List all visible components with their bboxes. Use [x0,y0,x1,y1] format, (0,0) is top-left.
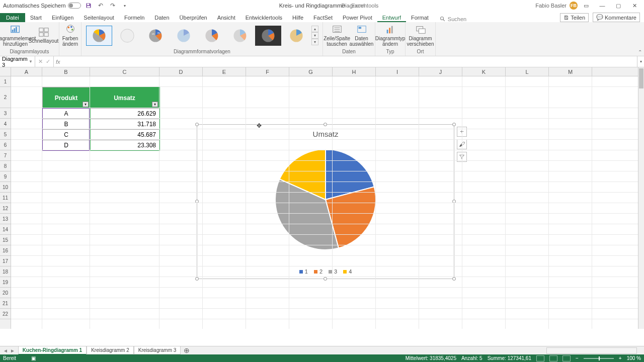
row-22[interactable]: 22 [0,309,11,319]
formula-input[interactable] [62,56,637,67]
row-14[interactable]: 14 [0,224,11,235]
chart-style-7[interactable] [255,26,281,46]
col-B[interactable]: B [42,67,90,76]
row-8[interactable]: 8 [0,161,11,171]
row-20[interactable]: 20 [0,288,11,298]
tab-start[interactable]: Start [25,13,47,22]
change-colors-button[interactable]: Farben ändern [61,25,79,47]
expand-formula-bar-button[interactable]: ▾ [637,56,644,67]
col-L[interactable]: L [506,67,549,76]
tab-ueberpruefen[interactable]: Überprüfen [175,13,212,22]
chart-style-6[interactable] [227,26,253,46]
header-umsatz[interactable]: Umsatz▼ [90,87,159,109]
row-18[interactable]: 18 [0,266,11,277]
col-H[interactable]: H [333,67,376,76]
filter-produkt-icon[interactable]: ▼ [83,102,89,107]
col-K[interactable]: K [462,67,506,76]
row-15[interactable]: 15 [0,235,11,245]
vertical-scrollbar[interactable] [638,67,644,329]
name-box[interactable]: Diagramm 3▼ [0,56,35,67]
normal-view-button[interactable] [536,355,544,361]
cell-C3[interactable]: 26.629 [90,109,159,119]
row-16[interactable]: 16 [0,245,11,256]
chart-style-1[interactable] [86,26,112,46]
row-10[interactable]: 10 [0,182,11,193]
tab-powerpivot[interactable]: Power Pivot [338,13,377,22]
col-M[interactable]: M [549,67,592,76]
col-F[interactable]: F [246,67,289,76]
cell-C6[interactable]: 23.308 [90,140,159,151]
macro-record-icon[interactable]: ▣ [31,355,36,361]
col-D[interactable]: D [159,67,203,76]
cell-B5[interactable]: C [43,130,90,140]
share-button[interactable]: 🖻 Teilen [560,13,589,22]
tab-factset[interactable]: FactSet [308,13,338,22]
sheet-nav-next[interactable]: ► [10,348,15,353]
row-7[interactable]: 7 [0,150,11,161]
tab-einfuegen[interactable]: Einfügen [47,13,78,22]
fx-icon[interactable]: fx [54,59,62,65]
chart-legend[interactable]: 1 2 3 4 [197,268,454,275]
legend-item-1[interactable]: 1 [299,268,308,275]
page-break-view-button[interactable] [562,355,571,361]
autosave-toggle[interactable]: Automatisches Speichern [3,3,81,9]
row-2[interactable]: 2 [0,87,11,108]
toggle-pill-icon[interactable] [68,3,81,9]
row-17[interactable]: 17 [0,256,11,266]
tab-datei[interactable]: Datei [0,13,25,22]
legend-item-3[interactable]: 3 [329,268,337,275]
ribbon-display-options-button[interactable]: ▭ [579,1,594,11]
sheet-tab-2[interactable]: Kreisdiagramm 2 [87,346,134,354]
row-19[interactable]: 19 [0,277,11,288]
chart-style-2[interactable] [114,26,140,46]
cell-B4[interactable]: B [43,119,90,130]
quick-layout-button[interactable]: Schnelllayout [30,27,58,44]
row-3[interactable]: 3 [0,108,11,119]
tab-hilfe[interactable]: Hilfe [287,13,308,22]
col-E[interactable]: E [203,67,246,76]
select-all-button[interactable] [0,67,11,76]
col-G[interactable]: G [289,67,333,76]
close-button[interactable]: ✕ [627,1,642,11]
row-13[interactable]: 13 [0,214,11,224]
cells-area[interactable]: Produkt▼ Umsatz▼ A26.629 B31.718 C45.687… [11,76,638,329]
cell-B3[interactable]: A [43,109,90,119]
cell-B6[interactable]: D [43,140,90,151]
page-layout-view-button[interactable] [549,355,557,361]
col-J[interactable]: J [419,67,462,76]
gallery-scroll[interactable]: ▴▾▾ [311,26,318,45]
row-4[interactable]: 4 [0,119,11,129]
add-chart-element-button[interactable]: Diagrammelement hinzufügen [2,25,30,47]
accept-formula-icon[interactable]: ✓ [46,58,50,65]
zoom-in-button[interactable]: + [619,355,622,361]
col-I[interactable]: I [376,67,419,76]
minimize-button[interactable]: ― [595,1,610,11]
chart-style-5[interactable] [199,26,225,46]
sheet-nav-prev[interactable]: ◄ [3,348,8,353]
move-chart-button[interactable]: Diagramm verschieben [407,25,434,47]
tell-me-search[interactable]: Suchen [440,16,466,22]
collapse-ribbon-button[interactable]: ⌃ [638,49,642,55]
maximize-button[interactable]: ▢ [611,1,626,11]
horizontal-scrollbar[interactable] [546,347,637,354]
col-A[interactable]: A [11,67,42,76]
tab-seitenlayout[interactable]: Seitenlayout [78,13,119,22]
legend-item-4[interactable]: 4 [343,268,352,275]
tab-ansicht[interactable]: Ansicht [212,13,240,22]
row-5[interactable]: 5 [0,129,11,140]
switch-row-column-button[interactable]: Zeile/Spalte tauschen [325,25,350,47]
undo-button[interactable]: ↶ [96,1,105,10]
redo-button[interactable]: ↷ [108,1,117,10]
cell-C4[interactable]: 31.718 [90,119,159,130]
tab-entwicklertools[interactable]: Entwicklertools [240,13,287,22]
row-1[interactable]: 1 [0,76,11,87]
tab-formeln[interactable]: Formeln [119,13,149,22]
sheet-tab-3[interactable]: Kreisdiagramm 3 [134,346,181,354]
zoom-slider[interactable] [584,358,614,359]
chart-style-8[interactable] [283,26,309,46]
row-11[interactable]: 11 [0,193,11,203]
chart-style-3[interactable]: 24%28% [142,26,169,46]
col-C[interactable]: C [90,67,159,76]
tab-entwurf[interactable]: Entwurf [377,13,406,22]
filter-umsatz-icon[interactable]: ▼ [152,102,158,107]
